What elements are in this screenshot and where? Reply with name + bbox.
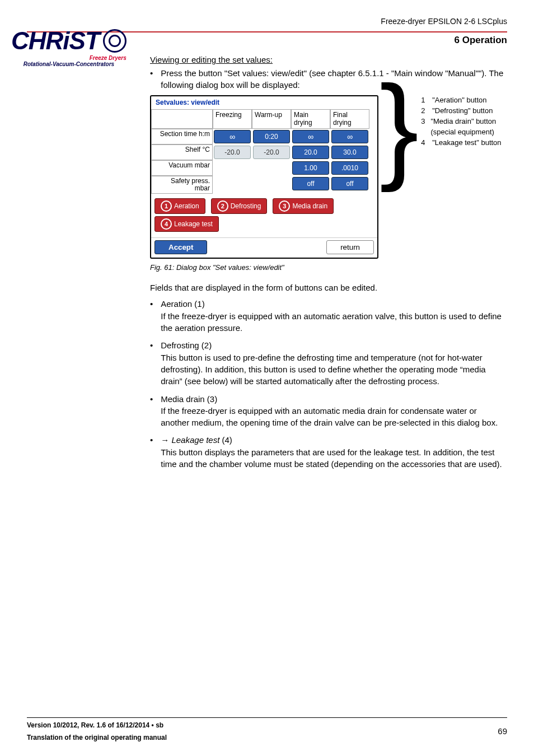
- col-warmup: Warm-up: [252, 109, 291, 128]
- bullet-icon: •: [150, 68, 153, 91]
- body-paragraph: Fields that are displayed in the form of…: [150, 282, 507, 293]
- shelf-main[interactable]: 20.0: [292, 146, 329, 159]
- shelf-final[interactable]: 30.0: [331, 146, 368, 159]
- legend-num-4: 4: [421, 138, 427, 148]
- media-drain-button[interactable]: 3 Media drain: [273, 198, 334, 214]
- section-time-main[interactable]: ∞: [292, 130, 329, 143]
- bullet-icon: •: [150, 339, 153, 387]
- safety-main[interactable]: off: [292, 177, 329, 190]
- defrosting-item-body: This button is used to pre-define the de…: [161, 352, 507, 388]
- page-footer: Version 10/2012, Rev. 1.6 of 16/12/2014 …: [27, 714, 507, 741]
- badge-2: 2: [217, 200, 228, 212]
- col-final-drying: Final drying: [330, 109, 369, 128]
- section-time-freezing[interactable]: ∞: [214, 130, 251, 143]
- badge-1: 1: [161, 200, 172, 212]
- legend-text-1: "Aeration" button: [432, 95, 486, 106]
- spiral-icon: [103, 29, 127, 53]
- leakage-test-label: Leakage test: [174, 220, 213, 228]
- aeration-item-title: Aeration (1): [161, 298, 507, 310]
- legend: 1"Aeration" button 2"Defrosting" button …: [421, 95, 507, 148]
- col-main-drying: Main drying: [291, 109, 330, 128]
- figure-caption: Fig. 61: Dialog box "Set values: view/ed…: [150, 263, 507, 272]
- media-item-body: If the freeze-dryer is equipped with an …: [161, 405, 507, 429]
- defrosting-button[interactable]: 2 Defrosting: [211, 198, 268, 214]
- bullet-icon: •: [150, 393, 153, 429]
- bullet-icon: •: [150, 298, 153, 334]
- row-safety-label: Safety press. mbar: [151, 176, 213, 194]
- arrow-icon: →: [161, 435, 171, 445]
- product-name: Freeze-dryer EPSILON 2-6 LSCplus: [27, 17, 507, 26]
- row-section-time-label: Section time h:m: [151, 129, 213, 144]
- logo-text: CHRiST: [11, 27, 100, 55]
- vacuum-final[interactable]: .0010: [331, 161, 368, 175]
- legend-text-2: "Defrosting" button: [432, 106, 493, 116]
- shelf-freezing[interactable]: -20.0: [214, 146, 251, 159]
- page-number: 69: [498, 726, 507, 736]
- legend-text-4: "Leakage test" button: [432, 138, 501, 148]
- row-shelf-label: Shelf °C: [151, 144, 213, 160]
- leakage-test-button[interactable]: 4 Leakage test: [154, 216, 219, 232]
- legend-text-3: "Media drain" button (special equipment): [430, 116, 507, 138]
- accept-button[interactable]: Accept: [154, 240, 207, 254]
- logo-subtitle-1: Freeze Dryers: [11, 55, 127, 61]
- vacuum-main[interactable]: 1.00: [292, 161, 329, 175]
- dialog-grid: Freezing Warm-up Main drying Final dryin…: [151, 109, 377, 194]
- section-time-final[interactable]: ∞: [331, 130, 368, 143]
- defrosting-label: Defrosting: [231, 202, 261, 210]
- leakage-item-title: → Leakage test (4): [161, 434, 507, 446]
- aeration-label: Aeration: [174, 202, 199, 210]
- subheading: Viewing or editing the set values:: [150, 55, 507, 64]
- footer-version: Version 10/2012, Rev. 1.6 of 16/12/2014 …: [27, 721, 507, 729]
- media-item-title: Media drain (3): [161, 393, 507, 405]
- brand-logo: CHRiST Freeze Dryers Rotational-Vacuum-C…: [11, 27, 127, 67]
- return-button[interactable]: return: [326, 240, 374, 254]
- legend-num-2: 2: [421, 106, 427, 116]
- legend-num-3: 3: [421, 116, 425, 138]
- dialog-title: Setvalues: view/edit: [151, 96, 377, 109]
- leakage-item-body: This button displays the parameters that…: [161, 446, 507, 470]
- logo-subtitle-2: Rotational-Vacuum-Concentrators: [11, 61, 127, 67]
- leakage-title-suffix: (4): [219, 435, 232, 445]
- leakage-title-italic: Leakage test: [171, 435, 219, 445]
- section-time-warmup[interactable]: 0:20: [253, 130, 290, 143]
- row-vacuum-label: Vacuum mbar: [151, 160, 213, 176]
- badge-3: 3: [279, 200, 290, 212]
- brace-icon: }: [380, 91, 419, 164]
- aeration-button[interactable]: 1 Aeration: [154, 198, 205, 214]
- footer-translation: Translation of the original operating ma…: [27, 734, 507, 741]
- safety-final[interactable]: off: [331, 177, 368, 190]
- badge-4: 4: [161, 218, 172, 230]
- aeration-item-body: If the freeze-dryer is equipped with an …: [161, 310, 507, 334]
- setvalues-dialog: Setvalues: view/edit Freezing Warm-up Ma…: [150, 95, 378, 259]
- bullet-icon: •: [150, 434, 153, 470]
- shelf-warmup[interactable]: -20.0: [253, 146, 290, 159]
- media-drain-label: Media drain: [292, 202, 327, 210]
- defrosting-item-title: Defrosting (2): [161, 339, 507, 351]
- legend-num-1: 1: [421, 95, 427, 106]
- intro-text: Press the button "Set values: view/edit"…: [161, 68, 507, 91]
- col-freezing: Freezing: [213, 109, 252, 128]
